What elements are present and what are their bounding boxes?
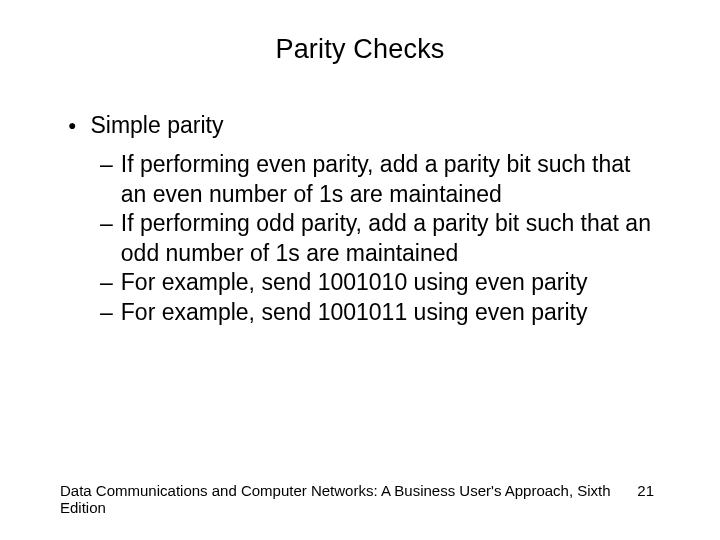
dash-icon: – [100, 150, 113, 179]
bullet-level2-text: For example, send 1001010 using even par… [121, 268, 660, 297]
slide-title: Parity Checks [60, 34, 660, 65]
dash-icon: – [100, 209, 113, 238]
footer-source-text: Data Communications and Computer Network… [60, 482, 637, 516]
slide: Parity Checks ● Simple parity – If perfo… [0, 0, 720, 540]
page-number: 21 [637, 482, 654, 499]
bullet-level2: – If performing odd parity, add a parity… [100, 209, 660, 268]
bullet-level2: – For example, send 1001010 using even p… [100, 268, 660, 297]
bullet-level2: – For example, send 1001011 using even p… [100, 298, 660, 327]
dash-icon: – [100, 298, 113, 327]
dash-icon: – [100, 268, 113, 297]
bullet-level2-text: For example, send 1001011 using even par… [121, 298, 660, 327]
bullet-level2-text: If performing odd parity, add a parity b… [121, 209, 660, 268]
bullet-level1: ● Simple parity [68, 111, 660, 140]
bullet-dot-icon: ● [68, 111, 76, 139]
bullet-level2: – If performing even parity, add a parit… [100, 150, 660, 209]
slide-footer: Data Communications and Computer Network… [60, 482, 660, 516]
slide-content: ● Simple parity – If performing even par… [60, 111, 660, 327]
sub-bullet-list: – If performing even parity, add a parit… [100, 150, 660, 327]
bullet-level2-text: If performing even parity, add a parity … [121, 150, 660, 209]
bullet-level1-text: Simple parity [90, 111, 223, 140]
